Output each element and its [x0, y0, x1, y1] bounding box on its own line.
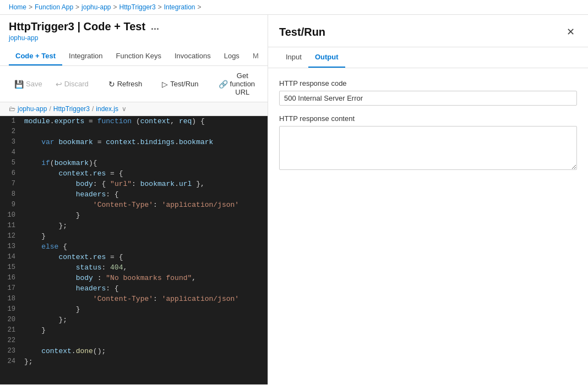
panel-tab-input[interactable]: Input [279, 47, 308, 68]
code-line-23: 23 context.done(); [0, 346, 268, 356]
code-line-1: 1 module.exports = function (context, re… [0, 116, 268, 127]
tab-integration[interactable]: Integration [62, 47, 109, 65]
code-line-20: 20 }; [0, 315, 268, 325]
filepath-dropdown-icon[interactable]: ∨ [122, 105, 127, 113]
page-title-row: HttpTrigger3 | Code + Test ... [9, 20, 259, 33]
code-editor[interactable]: 1 module.exports = function (context, re… [0, 116, 268, 384]
code-line-4: 4 [0, 147, 268, 158]
breadcrumb-home[interactable]: Home [9, 3, 26, 11]
code-line-16: 16 body : "No bookmarks found", [0, 273, 268, 283]
testrun-icon: ▷ [162, 80, 168, 89]
code-line-9: 9 'Content-Type': 'application/json' [0, 200, 268, 210]
main-layout: HttpTrigger3 | Code + Test ... jophu-app… [0, 15, 588, 384]
save-button[interactable]: 💾 Save [9, 78, 48, 91]
geturl-button[interactable]: 🔗 Get function URL [213, 69, 261, 98]
filepath-folder-icon: 🗁 [9, 105, 15, 113]
page-header: HttpTrigger3 | Code + Test ... jophu-app [0, 15, 268, 44]
breadcrumb: Home > Function App > jophu-app > HttpTr… [0, 0, 588, 15]
save-icon: 💾 [14, 80, 24, 89]
code-line-15: 15 status: 404, [0, 262, 268, 273]
panel-title: Test/Run [279, 26, 325, 38]
tab-code-test[interactable]: Code + Test [9, 47, 62, 65]
tab-function-keys[interactable]: Function Keys [110, 47, 168, 65]
page-title: HttpTrigger3 | Code + Test [9, 20, 145, 33]
filepath-sep-1: / [49, 105, 51, 113]
breadcrumb-sep-4: > [158, 3, 162, 11]
panel-tab-output[interactable]: Output [308, 47, 345, 68]
breadcrumb-sep-1: > [29, 3, 32, 11]
code-line-17: 17 headers: { [0, 283, 268, 294]
more-options-dots[interactable]: ... [151, 21, 159, 32]
tab-logs[interactable]: Logs [217, 47, 246, 65]
testrun-label: Test/Run [170, 80, 198, 88]
filepath-app[interactable]: jophu-app [18, 105, 47, 113]
code-line-19: 19 } [0, 304, 268, 315]
close-button[interactable]: ✕ [564, 24, 577, 40]
breadcrumb-sep-5: > [198, 3, 202, 11]
code-line-13: 13 else { [0, 241, 268, 252]
refresh-button[interactable]: ↻ Refresh [103, 78, 148, 91]
http-response-content-row: HTTP response content [279, 114, 577, 172]
save-label: Save [26, 80, 42, 88]
code-line-5: 5 if(bookmark){ [0, 158, 268, 168]
geturl-icon: 🔗 [219, 80, 228, 89]
discard-button[interactable]: ↩ Discard [50, 78, 94, 91]
filepath-trigger[interactable]: HttpTrigger3 [53, 105, 90, 113]
panel-header: Test/Run ✕ [268, 15, 588, 47]
breadcrumb-jophu-app[interactable]: jophu-app [81, 3, 111, 11]
page-subtitle[interactable]: jophu-app [9, 34, 259, 42]
code-line-2: 2 [0, 127, 268, 137]
code-line-24: 24 }; [0, 356, 268, 367]
code-line-18: 18 'Content-Type': 'application/json' [0, 294, 268, 304]
http-response-code-label: HTTP response code [279, 79, 577, 87]
http-response-content-label: HTTP response content [279, 114, 577, 123]
code-line-8: 8 headers: { [0, 189, 268, 200]
http-response-code-input[interactable] [279, 91, 577, 106]
discard-label: Discard [64, 80, 89, 88]
left-panel: HttpTrigger3 | Code + Test ... jophu-app… [0, 15, 268, 384]
tabs-bar: Code + Test Integration Function Keys In… [0, 47, 268, 66]
code-line-6: 6 context.res = { [0, 168, 268, 179]
code-line-3: 3 var bookmark = context.bindings.bookma… [0, 137, 268, 147]
code-line-12: 12 } [0, 231, 268, 241]
tab-invocations[interactable]: Invocations [168, 47, 217, 65]
panel-tabs: Input Output [268, 47, 588, 68]
right-panel: Test/Run ✕ Input Output HTTP response co… [268, 15, 588, 384]
testrun-button[interactable]: ▷ Test/Run [156, 78, 204, 91]
code-line-10: 10 } [0, 210, 268, 221]
code-line-14: 14 context.res = { [0, 252, 268, 262]
breadcrumb-sep-3: > [113, 3, 117, 11]
breadcrumb-sep-2: > [75, 3, 79, 11]
code-line-11: 11 }; [0, 221, 268, 231]
toolbar: 💾 Save ↩ Discard ↻ Refresh ▷ Test/Run 🔗 … [0, 66, 268, 102]
filepath-file[interactable]: index.js [96, 105, 118, 113]
breadcrumb-integration[interactable]: Integration [164, 3, 195, 11]
refresh-label: Refresh [117, 80, 143, 88]
filepath-bar: 🗁 jophu-app / HttpTrigger3 / index.js ∨ [0, 102, 268, 116]
filepath-sep-2: / [92, 105, 94, 113]
http-response-content-textarea[interactable] [279, 126, 577, 170]
code-line-21: 21 } [0, 325, 268, 336]
discard-icon: ↩ [56, 80, 62, 89]
http-response-code-row: HTTP response code [279, 79, 577, 106]
geturl-label: Get function URL [230, 72, 255, 96]
breadcrumb-httptrigger3[interactable]: HttpTrigger3 [119, 3, 156, 11]
code-line-7: 7 body: { "url": bookmark.url }, [0, 179, 268, 189]
tab-more[interactable]: M [246, 47, 265, 65]
code-line-22: 22 [0, 336, 268, 346]
breadcrumb-function-app[interactable]: Function App [35, 3, 73, 11]
refresh-icon: ↻ [108, 80, 115, 89]
panel-content: HTTP response code HTTP response content [268, 68, 588, 384]
